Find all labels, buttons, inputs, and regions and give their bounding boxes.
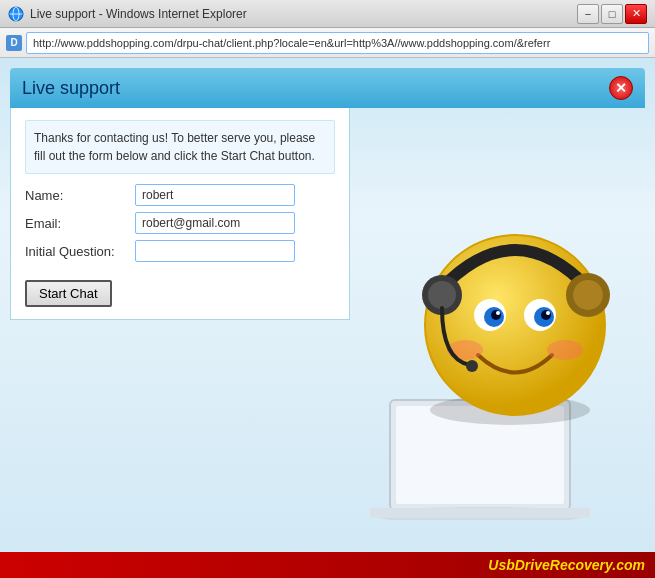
- restore-button[interactable]: □: [601, 4, 623, 24]
- svg-point-20: [546, 311, 550, 315]
- browser-controls: − □ ✕: [577, 4, 647, 24]
- email-row: Email:: [25, 212, 335, 234]
- svg-point-17: [491, 310, 501, 320]
- svg-point-8: [425, 235, 605, 415]
- browser-title: Live support - Windows Internet Explorer: [30, 7, 247, 21]
- address-input[interactable]: [26, 32, 649, 54]
- svg-point-12: [573, 280, 603, 310]
- banner-text: UsbDriveRecovery.com: [488, 557, 645, 573]
- svg-rect-6: [370, 508, 590, 518]
- start-chat-button[interactable]: Start Chat: [25, 280, 112, 307]
- address-icon: D: [6, 35, 22, 51]
- svg-point-22: [547, 340, 583, 360]
- panel-header: Live support ✕: [10, 68, 645, 108]
- address-bar: D: [0, 28, 655, 58]
- form-instruction: Thanks for contacting us! To better serv…: [25, 120, 335, 174]
- question-label: Initial Question:: [25, 244, 135, 259]
- panel-close-button[interactable]: ✕: [609, 76, 633, 100]
- email-label: Email:: [25, 216, 135, 231]
- svg-point-23: [466, 360, 478, 372]
- browser-titlebar: Live support - Windows Internet Explorer…: [0, 0, 655, 28]
- name-label: Name:: [25, 188, 135, 203]
- bottom-banner: UsbDriveRecovery.com: [0, 552, 655, 578]
- browser-icon: [8, 6, 24, 22]
- name-input[interactable]: [135, 184, 295, 206]
- form-area: Thanks for contacting us! To better serv…: [10, 108, 350, 320]
- name-row: Name:: [25, 184, 335, 206]
- browser-content: Live support ✕ Thanks for contacting us!…: [0, 58, 655, 578]
- banner-main: UsbDriveRecovery: [488, 557, 612, 573]
- banner-suffix: .com: [612, 557, 645, 573]
- panel-title: Live support: [22, 78, 120, 99]
- minimize-button[interactable]: −: [577, 4, 599, 24]
- svg-point-18: [541, 310, 551, 320]
- email-input[interactable]: [135, 212, 295, 234]
- browser-close-button[interactable]: ✕: [625, 4, 647, 24]
- svg-point-10: [428, 281, 456, 309]
- mascot-area: [360, 180, 640, 523]
- question-row: Initial Question:: [25, 240, 335, 262]
- svg-point-19: [496, 311, 500, 315]
- question-input[interactable]: [135, 240, 295, 262]
